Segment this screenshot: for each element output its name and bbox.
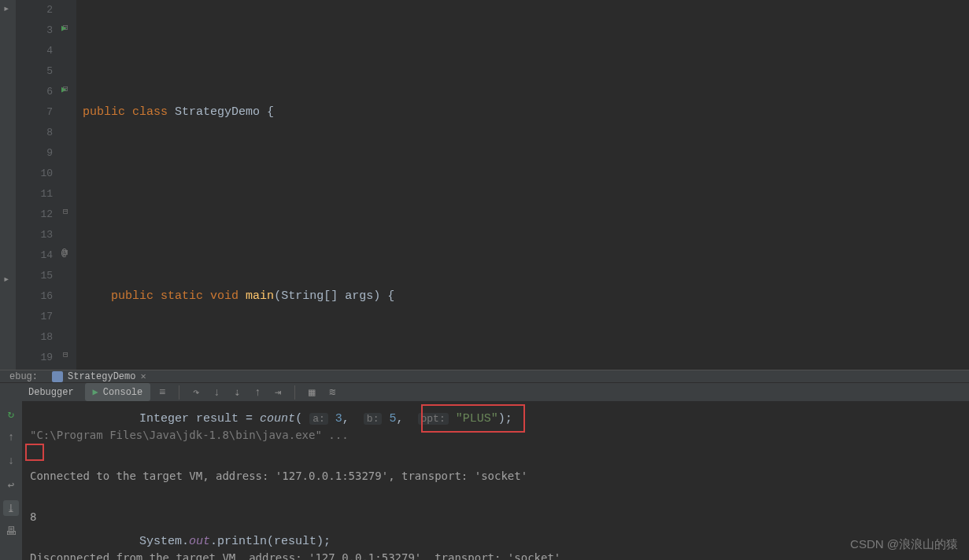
- line-number[interactable]: 9: [16, 143, 53, 164]
- console-output[interactable]: "C:\Program Files\Java\jdk-1.8\bin\java.…: [22, 401, 969, 560]
- console-line: Connected to the target VM, address: '12…: [30, 466, 966, 486]
- tool-window-strip[interactable]: ▸ ▸: [0, 0, 16, 370]
- line-number[interactable]: 15: [16, 266, 53, 286]
- fold-end-icon[interactable]: ⊟: [63, 206, 68, 216]
- fold-end-icon[interactable]: ⊟: [63, 349, 68, 359]
- debug-label: ebug:: [3, 371, 44, 382]
- scroll-to-end-icon[interactable]: ⤓: [3, 500, 19, 516]
- annotation-box: [25, 444, 44, 461]
- fold-minus-icon[interactable]: ⊟: [63, 247, 68, 257]
- line-number[interactable]: 4: [16, 41, 53, 61]
- console-line: "C:\Program Files\Java\jdk-1.8\bin\java.…: [30, 425, 966, 445]
- line-number[interactable]: 16: [16, 286, 53, 307]
- code-area[interactable]: public class StrategyDemo { public stati…: [76, 0, 969, 370]
- app-config-icon: [52, 371, 63, 382]
- line-number[interactable]: 7: [16, 102, 53, 123]
- line-number[interactable]: 13: [16, 225, 53, 245]
- line-number-gutter[interactable]: 2 3 4 5 6 7 8 9 10 11 12 13 14 15 16 17 …: [16, 0, 59, 370]
- line-number[interactable]: 19: [16, 348, 53, 368]
- line-number[interactable]: 11: [16, 184, 53, 204]
- line-number[interactable]: 17: [16, 307, 53, 327]
- line-number[interactable]: 8: [16, 123, 53, 143]
- debug-side-toolbar: ↻ ↑ ↓ ↩ ⤓ 🖶: [0, 401, 22, 560]
- line-number[interactable]: 12: [16, 204, 53, 225]
- gutter-icons: ▶ ⊟ ▶ ⊟ ⊟ @ ⊟ ⊟: [59, 0, 76, 370]
- up-icon[interactable]: ↑: [3, 429, 19, 445]
- line-number[interactable]: 3: [16, 20, 53, 41]
- console-line: 8: [30, 507, 966, 527]
- vertical-scrollbar[interactable]: [961, 0, 969, 370]
- fold-minus-icon[interactable]: ⊟: [63, 83, 68, 94]
- line-number[interactable]: 18: [16, 327, 53, 348]
- expand-icon[interactable]: ▸: [3, 272, 13, 282]
- line-number[interactable]: 10: [16, 164, 53, 184]
- line-number[interactable]: 6: [16, 82, 53, 102]
- soft-wrap-icon[interactable]: ↩: [3, 477, 19, 492]
- line-number[interactable]: 14: [16, 245, 53, 266]
- line-number[interactable]: 2: [16, 0, 53, 20]
- tab-debugger[interactable]: Debugger: [20, 384, 82, 401]
- fold-minus-icon[interactable]: ⊟: [63, 22, 68, 32]
- line-number[interactable]: 5: [16, 61, 53, 82]
- expand-icon[interactable]: ▸: [3, 2, 13, 11]
- rerun-icon[interactable]: ↻: [3, 406, 19, 422]
- down-icon[interactable]: ↓: [3, 453, 19, 469]
- code-editor[interactable]: ▸ ▸ 2 3 4 5 6 7 8 9 10 11 12 13 14 15 16…: [0, 0, 969, 370]
- console-line: Disconnected from the target VM, address…: [30, 547, 966, 560]
- print-icon[interactable]: 🖶: [3, 524, 19, 540]
